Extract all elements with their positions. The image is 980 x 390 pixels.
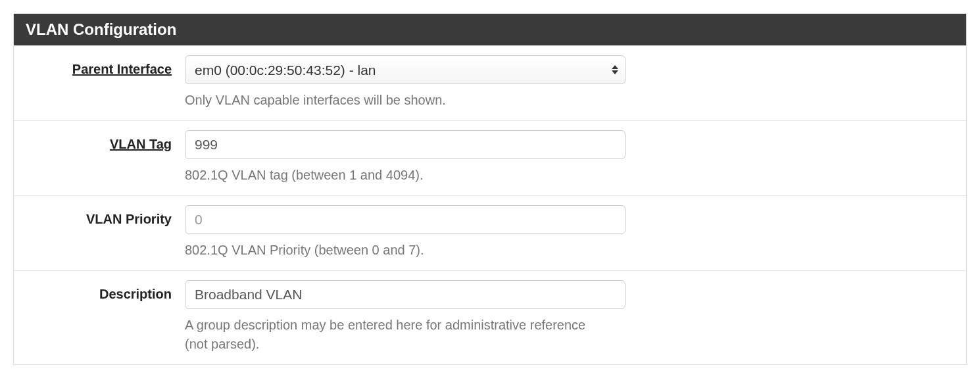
label-vlan-priority: VLAN Priority [86,212,172,226]
help-description: A group description may be entered here … [185,316,606,354]
description-input[interactable] [185,280,625,309]
help-vlan-tag: 802.1Q VLAN tag (between 1 and 4094). [185,166,606,185]
vlan-config-panel: VLAN Configuration Parent Interface em0 … [13,13,967,365]
label-description: Description [99,287,172,301]
row-parent-interface: Parent Interface em0 (00:0c:29:50:43:52)… [14,45,966,120]
row-vlan-priority: VLAN Priority 802.1Q VLAN Priority (betw… [14,195,966,270]
label-vlan-tag: VLAN Tag [110,137,172,151]
label-parent-interface: Parent Interface [72,62,172,76]
help-parent-interface: Only VLAN capable interfaces will be sho… [185,91,606,110]
vlan-tag-input[interactable] [185,130,625,159]
panel-title: VLAN Configuration [14,14,966,45]
parent-interface-select[interactable]: em0 (00:0c:29:50:43:52) - lan [185,56,625,84]
row-vlan-tag: VLAN Tag 802.1Q VLAN tag (between 1 and … [14,120,966,195]
parent-interface-select-wrap[interactable]: em0 (00:0c:29:50:43:52) - lan [185,55,625,84]
vlan-priority-input[interactable] [185,205,625,234]
row-description: Description A group description may be e… [14,270,966,364]
help-vlan-priority: 802.1Q VLAN Priority (between 0 and 7). [185,241,606,260]
